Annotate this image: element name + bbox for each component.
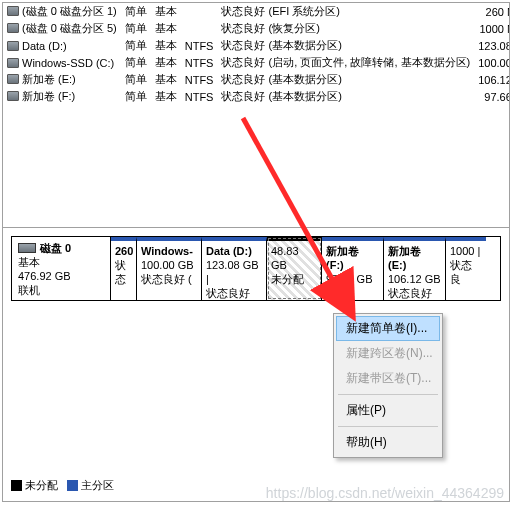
- menu-new-simple-volume[interactable]: 新建简单卷(I)...: [336, 316, 440, 341]
- partition[interactable]: Data (D:)123.08 GB |状态良好 (基: [202, 237, 267, 300]
- partition[interactable]: 新加卷 (F:)97.66 GB N状态良好 (基: [322, 237, 384, 300]
- volume-row[interactable]: 新加卷 (F:)简单基本NTFS状态良好 (基本数据分区)97.66 G: [3, 88, 509, 105]
- volume-row[interactable]: 新加卷 (E:)简单基本NTFS状态良好 (基本数据分区)106.12 G: [3, 71, 509, 88]
- disk-type: 基本: [18, 256, 40, 268]
- partition-strip: 260状态Windows-100.00 GB状态良好 (Data (D:)123…: [111, 236, 501, 301]
- partition-unallocated[interactable]: 48.83 GB未分配: [267, 237, 322, 300]
- drive-icon: [7, 58, 19, 68]
- menu-separator: [338, 426, 438, 427]
- menu-properties[interactable]: 属性(P): [336, 398, 440, 423]
- disk-label[interactable]: 磁盘 0 基本 476.92 GB 联机: [11, 236, 111, 301]
- volume-table: (磁盘 0 磁盘分区 1)简单基本状态良好 (EFI 系统分区)260 MB(磁…: [3, 3, 509, 105]
- volume-list[interactable]: (磁盘 0 磁盘分区 1)简单基本状态良好 (EFI 系统分区)260 MB(磁…: [3, 3, 509, 228]
- drive-icon: [7, 23, 19, 33]
- disk-size: 476.92 GB: [18, 270, 71, 282]
- legend-unalloc-label: 未分配: [25, 479, 58, 491]
- partition[interactable]: 260状态: [111, 237, 137, 300]
- volume-row[interactable]: Windows-SSD (C:)简单基本NTFS状态良好 (启动, 页面文件, …: [3, 54, 509, 71]
- volume-row[interactable]: (磁盘 0 磁盘分区 5)简单基本状态良好 (恢复分区)1000 ME: [3, 20, 509, 37]
- legend-swatch-primary: [67, 480, 78, 491]
- disk-icon: [18, 243, 36, 253]
- legend-primary-label: 主分区: [81, 479, 114, 491]
- watermark: https://blog.csdn.net/weixin_44364299: [266, 485, 504, 501]
- disk-status: 联机: [18, 284, 40, 296]
- menu-new-striped-volume: 新建带区卷(T)...: [336, 366, 440, 391]
- legend: 未分配 主分区: [11, 478, 114, 493]
- drive-icon: [7, 6, 19, 16]
- drive-icon: [7, 91, 19, 101]
- partition[interactable]: 1000 |状态良: [446, 237, 486, 300]
- menu-new-spanned-volume: 新建跨区卷(N)...: [336, 341, 440, 366]
- disk-title: 磁盘 0: [40, 242, 71, 254]
- volume-row[interactable]: Data (D:)简单基本NTFS状态良好 (基本数据分区)123.08 G: [3, 37, 509, 54]
- disk-management-window: (磁盘 0 磁盘分区 1)简单基本状态良好 (EFI 系统分区)260 MB(磁…: [2, 2, 510, 502]
- partition[interactable]: 新加卷 (E:)106.12 GB状态良好 (基: [384, 237, 446, 300]
- menu-separator: [338, 394, 438, 395]
- context-menu: 新建简单卷(I)... 新建跨区卷(N)... 新建带区卷(T)... 属性(P…: [333, 313, 443, 458]
- volume-row[interactable]: (磁盘 0 磁盘分区 1)简单基本状态良好 (EFI 系统分区)260 MB: [3, 3, 509, 20]
- drive-icon: [7, 74, 19, 84]
- partition[interactable]: Windows-100.00 GB状态良好 (: [137, 237, 202, 300]
- menu-help[interactable]: 帮助(H): [336, 430, 440, 455]
- drive-icon: [7, 41, 19, 51]
- legend-swatch-unalloc: [11, 480, 22, 491]
- disk-row: 磁盘 0 基本 476.92 GB 联机 260状态Windows-100.00…: [11, 236, 501, 301]
